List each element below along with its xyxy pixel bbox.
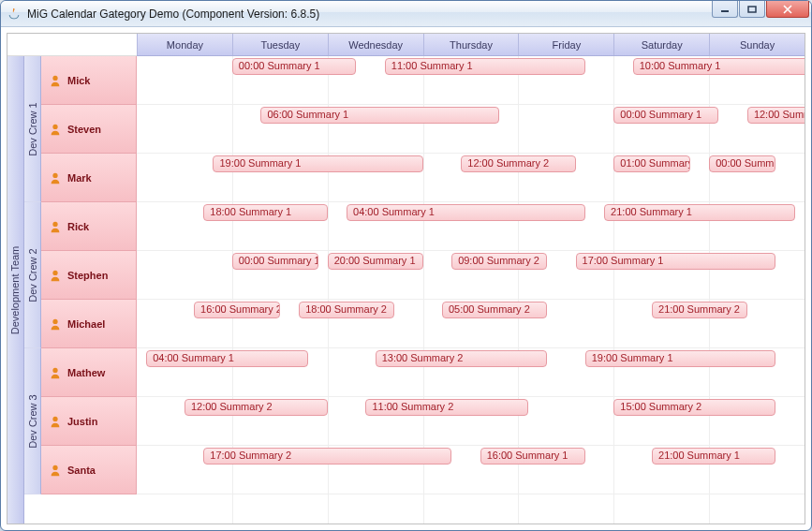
member-column: MickStevenMarkRickStephenMichaelMathewJu… [41, 56, 137, 524]
person-icon [49, 464, 62, 477]
calendar-event[interactable]: 04:00 Summary 1 [146, 350, 308, 367]
window-controls [711, 1, 809, 18]
svg-point-7 [52, 318, 57, 323]
svg-rect-1 [748, 7, 756, 12]
member-row[interactable]: Steven [41, 105, 137, 154]
day-header[interactable]: Saturday [613, 34, 709, 55]
calendar-event[interactable]: 13:00 Summary 2 [376, 350, 547, 367]
calendar-event[interactable]: 06:00 Summary 1 [260, 107, 499, 124]
member-name: Rick [67, 221, 89, 232]
calendar-event[interactable]: 11:00 Summary 1 [385, 58, 585, 75]
svg-point-6 [52, 270, 57, 274]
day-header[interactable]: Thursday [423, 34, 519, 55]
crew-gutter[interactable]: Dev Crew 1 [24, 56, 41, 202]
member-name: Michael [67, 318, 105, 330]
svg-point-3 [52, 124, 57, 128]
calendar-event[interactable]: 00:00 Summary 1 [232, 58, 356, 75]
member-row[interactable]: Mick [41, 56, 137, 105]
window-title: MiG Calendar Gategory Demo (Component Ve… [27, 7, 319, 21]
member-row[interactable]: Mark [41, 154, 137, 202]
team-label: Development Team [10, 245, 22, 334]
day-header[interactable]: Friday [518, 34, 613, 55]
member-row[interactable]: Stephen [41, 251, 137, 300]
calendar-event[interactable]: 21:00 Summary 1 [652, 448, 775, 465]
svg-point-8 [52, 367, 57, 372]
crew-label: Dev Crew 2 [27, 248, 38, 302]
member-name: Santa [67, 465, 96, 476]
svg-point-5 [52, 221, 57, 226]
app-window: MiG Calendar Gategory Demo (Component Ve… [0, 0, 812, 531]
person-icon [49, 366, 62, 379]
day-header[interactable]: Tuesday [232, 34, 328, 55]
day-header[interactable]: Sunday [709, 34, 805, 55]
svg-rect-0 [721, 10, 729, 12]
calendar-event[interactable]: 12:00 Summary 1 [747, 107, 805, 124]
person-icon [49, 123, 62, 136]
member-row[interactable]: Santa [41, 446, 137, 494]
calendar-event[interactable]: 16:00 Summary 1 [480, 448, 585, 465]
calendar-event[interactable]: 17:00 Summary 1 [576, 253, 776, 270]
calendar-event[interactable]: 19:00 Summary 1 [585, 350, 776, 367]
crew-gutter[interactable]: Dev Crew 3 [24, 348, 41, 494]
day-header[interactable]: Monday [137, 34, 232, 55]
member-row[interactable]: Mathew [41, 348, 137, 397]
calendar-event[interactable]: 18:00 Summary 2 [299, 302, 394, 318]
calendar-event[interactable]: 15:00 Summary 2 [613, 399, 775, 416]
member-name: Justin [67, 416, 97, 427]
calendar-event[interactable]: 10:00 Summary 1 [633, 58, 805, 75]
svg-point-4 [52, 172, 57, 177]
calendar-event[interactable]: 20:00 Summary 1 [328, 253, 423, 270]
crew-gutter[interactable]: Dev Crew 2 [24, 202, 41, 348]
calendar-event[interactable]: 00:00 Summary 1 [709, 155, 775, 172]
calendar-event[interactable]: 12:00 Summary 2 [461, 155, 575, 172]
minimize-button[interactable] [712, 1, 738, 18]
calendar-event[interactable]: 21:00 Summary 1 [604, 204, 795, 221]
svg-point-9 [52, 416, 57, 420]
member-name: Mathew [67, 367, 105, 378]
member-row[interactable]: Rick [41, 202, 137, 251]
crew-label: Dev Crew 3 [27, 394, 38, 448]
member-name: Stephen [67, 270, 108, 281]
team-gutter: Development Team [7, 56, 24, 524]
calendar-event[interactable]: 18:00 Summary 1 [203, 204, 327, 221]
member-row[interactable]: Justin [41, 397, 137, 446]
person-icon [49, 74, 62, 87]
person-icon [49, 171, 62, 184]
member-row[interactable]: Michael [41, 300, 137, 348]
calendar-panel: MondayTuesdayWednesdayThursdayFridaySatu… [7, 33, 805, 524]
header-corner [7, 34, 137, 56]
calendar-event[interactable]: 04:00 Summary 1 [347, 204, 585, 221]
calendar-event[interactable]: 09:00 Summary 2 [451, 253, 547, 270]
calendar-event[interactable]: 11:00 Summary 2 [365, 399, 527, 416]
day-header[interactable]: Wednesday [328, 34, 423, 55]
calendar-event[interactable]: 00:00 Summary 1 [613, 107, 718, 124]
day-header-row: MondayTuesdayWednesdayThursdayFridaySatu… [137, 34, 805, 56]
person-icon [49, 415, 62, 428]
member-name: Mick [67, 75, 90, 86]
person-icon [49, 220, 62, 233]
calendar-event[interactable]: 01:00 Summary 2 [613, 155, 689, 172]
calendar-event[interactable]: 19:00 Summary 1 [213, 155, 422, 172]
calendar-event[interactable]: 16:00 Summary 2 [194, 302, 280, 318]
person-icon [49, 269, 62, 282]
member-name: Mark [67, 172, 92, 184]
crew-label: Dev Crew 1 [27, 102, 38, 155]
calendar-event[interactable]: 12:00 Summary 2 [185, 399, 328, 416]
calendar-event[interactable]: 05:00 Summary 2 [442, 302, 547, 318]
calendar-event[interactable]: 00:00 Summary 1 [232, 253, 318, 270]
java-cup-icon [7, 7, 22, 22]
maximize-button[interactable] [739, 1, 765, 18]
calendar-event[interactable]: 17:00 Summary 2 [203, 448, 451, 465]
member-name: Steven [67, 124, 101, 135]
close-button[interactable] [766, 1, 809, 18]
schedule-area[interactable]: 00:00 Summary 111:00 Summary 110:00 Summ… [137, 56, 805, 524]
svg-point-2 [52, 75, 57, 80]
person-icon [49, 317, 62, 331]
calendar-event[interactable]: 21:00 Summary 2 [652, 302, 747, 318]
svg-point-10 [52, 465, 57, 469]
titlebar[interactable]: MiG Calendar Gategory Demo (Component Ve… [1, 1, 811, 27]
